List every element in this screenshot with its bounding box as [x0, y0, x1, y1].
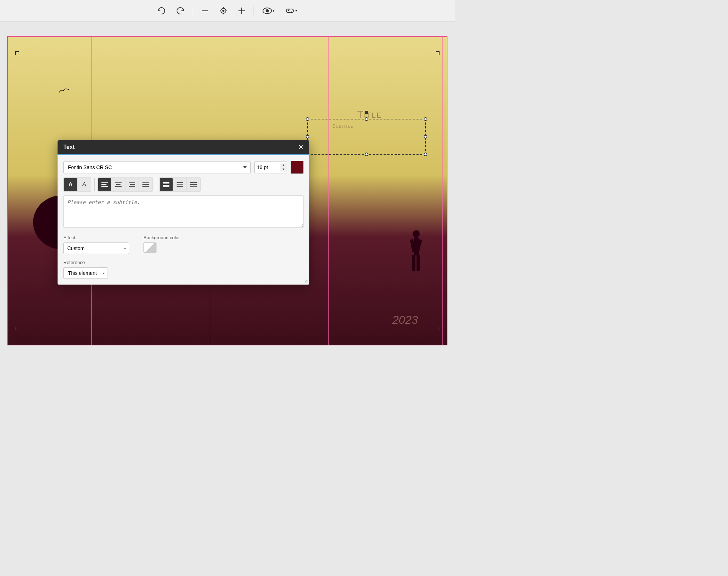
- dialog-title: Text: [63, 144, 75, 150]
- redo-button[interactable]: [174, 6, 186, 16]
- bgcolor-column: Background color: [144, 235, 180, 253]
- format-sep-2: [156, 178, 156, 191]
- svg-rect-16: [417, 255, 420, 271]
- separator-1: [193, 6, 193, 15]
- reference-select-wrap: This element ▾: [63, 267, 108, 279]
- handle-ml[interactable]: [306, 135, 309, 139]
- svg-point-2: [223, 10, 224, 12]
- font-size-input[interactable]: [255, 162, 280, 173]
- selection-box: [307, 119, 426, 155]
- effect-label: Effect: [63, 235, 129, 240]
- italic-button[interactable]: A: [78, 178, 91, 191]
- dialog-close-button[interactable]: ✕: [298, 144, 304, 150]
- format-sep-1: [94, 178, 95, 191]
- ruler-mark-bl: [15, 327, 19, 330]
- dialog-header: Text ✕: [58, 140, 309, 155]
- reference-label: Reference: [63, 260, 304, 265]
- canvas-subtitle-text: Subtitle: [332, 123, 353, 129]
- align-left-button[interactable]: [98, 178, 111, 191]
- align-right-button[interactable]: [126, 178, 138, 191]
- font-row: Fontin Sans CR SC ▲ ▼: [63, 161, 304, 174]
- font-color-swatch[interactable]: [291, 161, 304, 174]
- font-size-down-button[interactable]: ▼: [280, 167, 287, 172]
- guide-horizontal-top: [8, 37, 447, 37]
- subtitle-textarea[interactable]: [63, 195, 304, 228]
- reference-select[interactable]: This element: [64, 268, 100, 278]
- font-select[interactable]: Fontin Sans CR SC: [63, 161, 251, 173]
- svg-point-13: [413, 230, 420, 237]
- spacing-dense-button[interactable]: [160, 178, 173, 191]
- bird-silhouette: [57, 86, 70, 97]
- zoom-fit-button[interactable]: [217, 5, 230, 17]
- align-justify-button[interactable]: [139, 178, 152, 191]
- dialog-resize-handle[interactable]: ⊿: [304, 279, 308, 283]
- canvas-area: Title Subtitle 2023 Text ✕: [0, 22, 455, 360]
- effect-arrow-icon: ▾: [121, 246, 129, 250]
- effect-section: Effect Custom ▾ Background color: [63, 235, 304, 254]
- year-text: 2023: [392, 313, 418, 327]
- svg-point-10: [266, 9, 269, 12]
- font-size-up-button[interactable]: ▲: [280, 163, 287, 167]
- link-button[interactable]: ▾: [283, 6, 299, 16]
- format-row: A A: [63, 177, 304, 192]
- zoom-in-button[interactable]: [236, 6, 247, 15]
- ruler-mark-tr: [436, 51, 440, 55]
- handle-br[interactable]: [424, 153, 427, 156]
- zoom-out-button[interactable]: [200, 9, 210, 13]
- font-size-input-wrap: ▲ ▼: [254, 161, 287, 173]
- text-dialog: Text ✕ Fontin Sans CR SC ▲ ▼: [58, 140, 309, 285]
- bg-color-swatch[interactable]: [144, 242, 156, 253]
- spacing-wide-button[interactable]: [187, 178, 200, 191]
- align-center-button[interactable]: [112, 178, 125, 191]
- alignment-group: [97, 177, 153, 192]
- font-size-spinners: ▲ ▼: [280, 163, 287, 172]
- ruler-mark-br: [436, 327, 440, 330]
- reference-arrow-icon: ▾: [100, 271, 108, 275]
- handle-tr[interactable]: [424, 117, 427, 121]
- bold-italic-group: A A: [63, 177, 91, 192]
- main-toolbar: ▾ ▾: [0, 0, 455, 22]
- spacing-group: [159, 177, 201, 192]
- undo-button[interactable]: [155, 6, 168, 16]
- effect-column: Effect Custom ▾: [63, 235, 129, 254]
- separator-2: [254, 6, 254, 15]
- handle-bm[interactable]: [365, 153, 368, 156]
- handle-mr[interactable]: [424, 135, 427, 139]
- person-silhouette: [407, 230, 425, 273]
- dialog-body: Fontin Sans CR SC ▲ ▼ A A: [58, 155, 309, 285]
- ruler-mark-tl: [15, 51, 19, 55]
- effect-select-wrap: Custom ▾: [63, 242, 129, 254]
- bg-color-label: Background color: [144, 235, 180, 240]
- handle-tl[interactable]: [306, 117, 309, 121]
- svg-rect-0: [202, 10, 208, 11]
- reference-section: Reference This element ▾: [63, 260, 304, 279]
- spacing-normal-button[interactable]: [173, 178, 186, 191]
- canvas-title-text: Title: [357, 109, 382, 120]
- svg-rect-15: [412, 255, 415, 271]
- view-button[interactable]: ▾: [260, 6, 277, 15]
- effect-select[interactable]: Custom: [64, 243, 121, 254]
- reference-row: This element ▾: [63, 267, 304, 279]
- bold-button[interactable]: A: [64, 178, 77, 191]
